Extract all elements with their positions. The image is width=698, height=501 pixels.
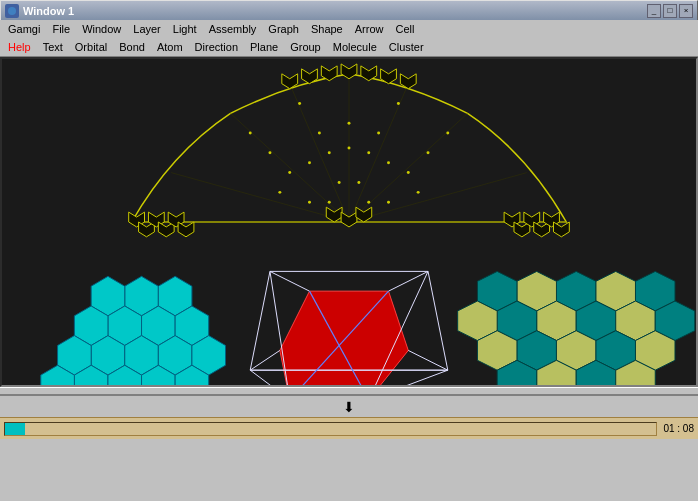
menu-item-file[interactable]: File (46, 21, 76, 37)
svg-point-12 (348, 146, 351, 149)
progress-track[interactable] (4, 422, 657, 436)
progress-fill (5, 423, 25, 435)
menu-item-group[interactable]: Group (284, 39, 327, 55)
svg-marker-52 (553, 222, 569, 237)
fan-shape (129, 64, 570, 237)
svg-point-33 (387, 201, 390, 204)
cyan-hexagons (41, 276, 226, 385)
svg-point-29 (357, 181, 360, 184)
svg-point-30 (328, 201, 331, 204)
svg-point-28 (338, 181, 341, 184)
menu-item-layer[interactable]: Layer (127, 21, 167, 37)
close-button[interactable]: × (679, 4, 693, 18)
svg-marker-43 (341, 64, 357, 79)
window-buttons: _ □ × (647, 4, 693, 18)
menu-row-2: HelpTextOrbitalBondAtomDirectionPlaneGro… (0, 38, 698, 56)
app-icon (5, 4, 19, 18)
progressbar: 01 : 08 (0, 417, 698, 439)
svg-point-26 (249, 132, 252, 135)
menu-item-arrow[interactable]: Arrow (349, 21, 390, 37)
menu-item-text[interactable]: Text (37, 39, 69, 55)
minimize-button[interactable]: _ (647, 4, 661, 18)
svg-point-13 (367, 151, 370, 154)
svg-point-21 (417, 191, 420, 194)
svg-line-100 (389, 271, 429, 291)
menu-item-cell[interactable]: Cell (389, 21, 420, 37)
svg-point-27 (446, 132, 449, 135)
teal-hexagons (458, 271, 695, 385)
menu-item-graph[interactable]: Graph (262, 21, 305, 37)
menubar: GamgiFileWindowLayerLightAssemblyGraphSh… (0, 20, 698, 57)
svg-line-102 (250, 350, 280, 370)
time-display: 01 : 08 (663, 423, 694, 434)
menu-item-cluster[interactable]: Cluster (383, 39, 430, 55)
svg-point-25 (397, 102, 400, 105)
toolbar (0, 387, 698, 395)
menu-item-help[interactable]: Help (2, 39, 37, 55)
svg-point-0 (8, 7, 16, 15)
svg-point-23 (427, 151, 430, 154)
maximize-button[interactable]: □ (663, 4, 677, 18)
menu-item-light[interactable]: Light (167, 21, 203, 37)
svg-point-10 (308, 161, 311, 164)
menu-item-direction[interactable]: Direction (189, 39, 244, 55)
menu-item-atom[interactable]: Atom (151, 39, 189, 55)
svg-point-19 (348, 122, 351, 125)
menu-item-shape[interactable]: Shape (305, 21, 349, 37)
svg-marker-97 (280, 291, 408, 385)
window-title: Window 1 (23, 5, 647, 17)
svg-line-101 (408, 350, 448, 370)
menu-item-bond[interactable]: Bond (113, 39, 151, 55)
svg-point-32 (308, 201, 311, 204)
statusbar: ⬇ (0, 395, 698, 417)
svg-marker-39 (178, 222, 194, 237)
scroll-down-icon: ⬇ (343, 399, 355, 415)
svg-point-16 (407, 171, 410, 174)
menu-item-orbital[interactable]: Orbital (69, 39, 113, 55)
svg-point-11 (328, 151, 331, 154)
titlebar: Window 1 _ □ × (0, 0, 698, 20)
svg-marker-55 (356, 207, 372, 222)
svg-point-31 (367, 201, 370, 204)
svg-marker-53 (326, 207, 342, 222)
menu-row-1: GamgiFileWindowLayerLightAssemblyGraphSh… (0, 20, 698, 38)
menu-item-plane[interactable]: Plane (244, 39, 284, 55)
svg-point-15 (288, 171, 291, 174)
menu-item-window[interactable]: Window (76, 21, 127, 37)
menu-item-assembly[interactable]: Assembly (203, 21, 263, 37)
svg-point-24 (298, 102, 301, 105)
menu-item-molecule[interactable]: Molecule (327, 39, 383, 55)
svg-point-14 (387, 161, 390, 164)
menu-item-gamgi[interactable]: Gamgi (2, 21, 46, 37)
svg-point-22 (268, 151, 271, 154)
crystal-shape (250, 271, 448, 385)
svg-point-20 (278, 191, 281, 194)
canvas-area (0, 57, 698, 387)
svg-point-17 (318, 132, 321, 135)
svg-point-18 (377, 132, 380, 135)
svg-line-99 (270, 271, 310, 291)
